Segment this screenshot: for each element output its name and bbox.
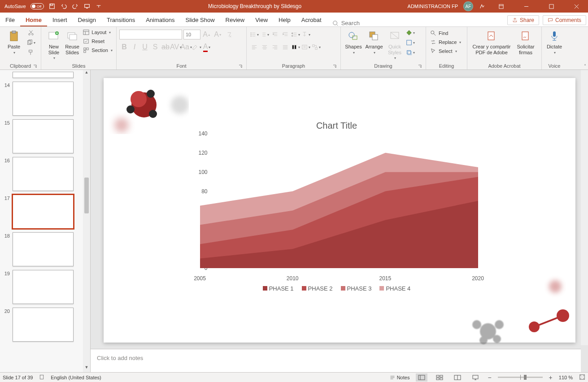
bullets-icon[interactable]: ▾: [249, 30, 259, 39]
account-name[interactable]: ADMINISTRACION FP: [408, 4, 458, 9]
normal-view-icon[interactable]: [416, 373, 427, 382]
paragraph-dialog-icon[interactable]: [332, 64, 337, 69]
zoom-out-icon[interactable]: −: [488, 374, 491, 381]
tab-view[interactable]: View: [250, 14, 273, 26]
shape-fill-icon[interactable]: ▾: [405, 28, 415, 38]
bold-icon[interactable]: B: [119, 42, 129, 52]
maximize-button[interactable]: [541, 0, 561, 13]
format-painter-icon[interactable]: [26, 48, 36, 57]
cut-icon[interactable]: [26, 28, 36, 38]
redo-icon[interactable]: [72, 3, 79, 10]
tab-transitions[interactable]: Transitions: [101, 14, 140, 26]
language-status[interactable]: English (United States): [51, 375, 101, 380]
numbering-icon[interactable]: ▾: [260, 30, 270, 39]
reset-button[interactable]: Reset: [82, 37, 113, 46]
font-family-input[interactable]: [119, 30, 182, 39]
slideshow-view-icon[interactable]: [470, 373, 481, 382]
decrease-indent-icon[interactable]: [270, 30, 280, 39]
align-center-icon[interactable]: [260, 42, 270, 52]
increase-indent-icon[interactable]: [280, 30, 290, 39]
clear-formatting-icon[interactable]: [224, 30, 234, 39]
new-slide-button[interactable]: New Slide▾: [44, 28, 64, 60]
tab-slideshow[interactable]: Slide Show: [180, 14, 220, 26]
scrollbar-handle[interactable]: [84, 178, 89, 213]
thumbnail-20[interactable]: 20: [0, 306, 90, 343]
tab-help[interactable]: Help: [273, 14, 296, 26]
italic-icon[interactable]: I: [130, 42, 139, 52]
tab-home[interactable]: Home: [20, 14, 47, 26]
account-avatar[interactable]: AF: [463, 1, 473, 11]
dictate-button[interactable]: Dictate▾: [544, 28, 564, 55]
request-signatures-button[interactable]: Solicitar firmas: [513, 28, 538, 55]
tab-review[interactable]: Review: [220, 14, 250, 26]
create-share-pdf-button[interactable]: Crear y compartir PDF de Adobe: [470, 28, 513, 55]
start-from-beginning-icon[interactable]: [83, 3, 91, 10]
scroll-down-icon[interactable]: ▼: [85, 365, 89, 372]
collapse-ribbon-icon[interactable]: ˄: [584, 64, 586, 69]
shapes-button[interactable]: Shapes▾: [344, 28, 363, 55]
align-right-icon[interactable]: [270, 42, 280, 52]
select-button[interactable]: Select▾: [429, 47, 462, 56]
layout-button[interactable]: Layout▾: [82, 28, 113, 37]
zoom-in-icon[interactable]: +: [549, 374, 553, 381]
columns-icon[interactable]: ▾: [291, 42, 301, 52]
tell-me-search[interactable]: Search: [327, 20, 365, 26]
clipboard-dialog-icon[interactable]: [33, 64, 37, 69]
section-button[interactable]: Section▾: [82, 46, 113, 55]
shadow-icon[interactable]: S: [150, 42, 160, 52]
shape-effects-icon[interactable]: ▾: [405, 48, 415, 57]
thumbnail-15[interactable]: 15: [0, 117, 90, 155]
reuse-slides-button[interactable]: Reuse Slides: [64, 28, 81, 55]
comments-button[interactable]: Comments: [543, 15, 586, 25]
chart[interactable]: Chart Title 0204060801001201402005201020…: [189, 121, 485, 300]
notes-pane[interactable]: Click to add notes: [91, 349, 581, 372]
autosave-toggle[interactable]: Off: [30, 3, 44, 9]
underline-icon[interactable]: U: [140, 42, 150, 52]
smartart-icon[interactable]: ▾: [311, 42, 321, 52]
zoom-slider[interactable]: [498, 377, 543, 378]
thumbnails-scrollbar[interactable]: ▲ ▼: [83, 70, 90, 372]
align-left-icon[interactable]: [249, 42, 259, 52]
quick-styles-button[interactable]: Quick Styles▾: [385, 28, 405, 60]
align-text-icon[interactable]: ▾: [301, 42, 311, 52]
text-direction-icon[interactable]: ▾: [301, 30, 311, 39]
close-button[interactable]: [566, 0, 586, 13]
drawing-dialog-icon[interactable]: [418, 64, 422, 69]
tab-file[interactable]: File: [0, 14, 20, 26]
change-case-icon[interactable]: Aa▾: [181, 42, 191, 52]
copy-icon[interactable]: ▾: [26, 38, 36, 48]
tab-design[interactable]: Design: [73, 14, 101, 26]
thumbnail-17[interactable]: 17: [0, 193, 90, 230]
accessibility-icon[interactable]: [39, 374, 44, 381]
notes-toggle[interactable]: Notes: [390, 375, 410, 380]
replace-button[interactable]: Replace▾: [429, 38, 462, 47]
reading-view-icon[interactable]: [452, 373, 463, 382]
customize-qat-icon[interactable]: [95, 3, 102, 10]
slide-sorter-view-icon[interactable]: [434, 373, 445, 382]
decrease-font-icon[interactable]: A▼: [213, 30, 223, 39]
scroll-up-icon[interactable]: ▲: [85, 70, 89, 77]
tab-animations[interactable]: Animations: [140, 14, 180, 26]
strikethrough-icon[interactable]: ab: [161, 42, 170, 52]
font-dialog-icon[interactable]: [238, 64, 243, 69]
stage-scrollbar[interactable]: [581, 70, 588, 345]
share-button[interactable]: Share: [507, 15, 539, 25]
justify-icon[interactable]: [280, 42, 290, 52]
thumbnail-19[interactable]: 19: [0, 268, 90, 306]
line-spacing-icon[interactable]: ▾: [291, 30, 301, 39]
slide-canvas[interactable]: Chart Title 0204060801001201402005201020…: [104, 78, 575, 343]
shape-outline-icon[interactable]: ▾: [405, 38, 415, 48]
font-size-input[interactable]: 10: [183, 30, 200, 39]
thumbnail-14[interactable]: 14: [0, 80, 90, 117]
tab-acrobat[interactable]: Acrobat: [296, 14, 327, 26]
highlight-icon[interactable]: ▾: [192, 42, 201, 52]
zoom-value[interactable]: 110 %: [559, 375, 573, 380]
font-color-icon[interactable]: A▾: [202, 42, 212, 52]
thumbnail-13-partial[interactable]: [0, 70, 90, 80]
find-button[interactable]: Find: [429, 29, 462, 38]
tab-insert[interactable]: Insert: [47, 14, 73, 26]
paste-button[interactable]: Paste▾: [3, 28, 25, 55]
ribbon-display-options-icon[interactable]: [491, 0, 511, 13]
minimize-button[interactable]: [516, 0, 536, 13]
thumbnail-18[interactable]: 18: [0, 230, 90, 268]
